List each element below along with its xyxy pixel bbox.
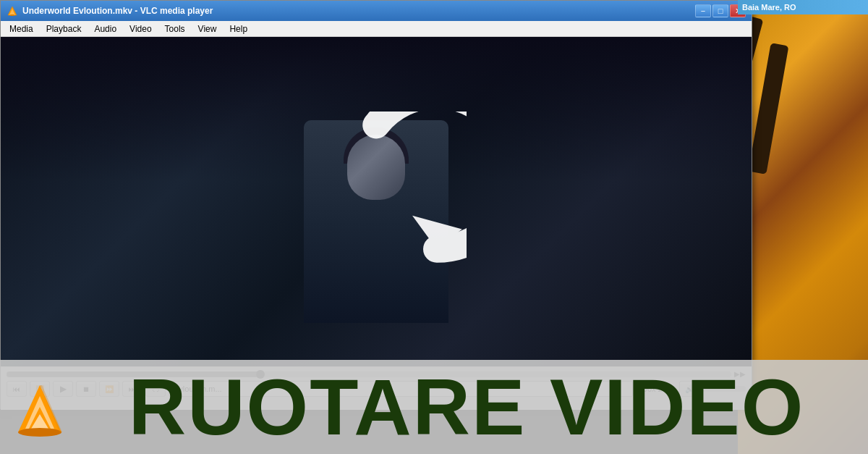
menu-help[interactable]: Help: [224, 22, 253, 35]
video-area[interactable]: [1, 37, 752, 366]
menu-video[interactable]: Video: [124, 22, 157, 35]
title-bar: Underworld Evloution.mkv - VLC media pla…: [1, 1, 752, 21]
menu-bar: Media Playback Audio Video Tools View He…: [1, 21, 752, 37]
menu-media[interactable]: Media: [4, 22, 39, 35]
ruotare-video-text: RUOTARE VIDEO: [64, 367, 805, 447]
location-text: Baia Mare, RO: [742, 3, 796, 12]
svg-rect-2: [10, 14, 14, 16]
rotate-icon: [286, 112, 467, 293]
vlc-icon-small: [7, 5, 18, 17]
title-bar-left: Underworld Evloution.mkv - VLC media pla…: [7, 5, 213, 17]
vlc-cone-big: [14, 382, 65, 440]
window-title: Underworld Evloution.mkv - VLC media pla…: [22, 6, 213, 16]
menu-tools[interactable]: Tools: [159, 22, 191, 35]
menu-playback[interactable]: Playback: [41, 22, 88, 35]
svg-point-8: [18, 428, 61, 437]
top-right-bar: Baia Mare, RO: [738, 0, 868, 14]
vlc-window: Underworld Evloution.mkv - VLC media pla…: [0, 0, 752, 409]
bottom-overlay: RUOTARE VIDEO: [0, 360, 868, 454]
menu-view[interactable]: View: [192, 22, 223, 35]
minimize-button[interactable]: −: [695, 4, 711, 17]
menu-audio[interactable]: Audio: [88, 22, 122, 35]
maximize-button[interactable]: □: [712, 4, 728, 17]
